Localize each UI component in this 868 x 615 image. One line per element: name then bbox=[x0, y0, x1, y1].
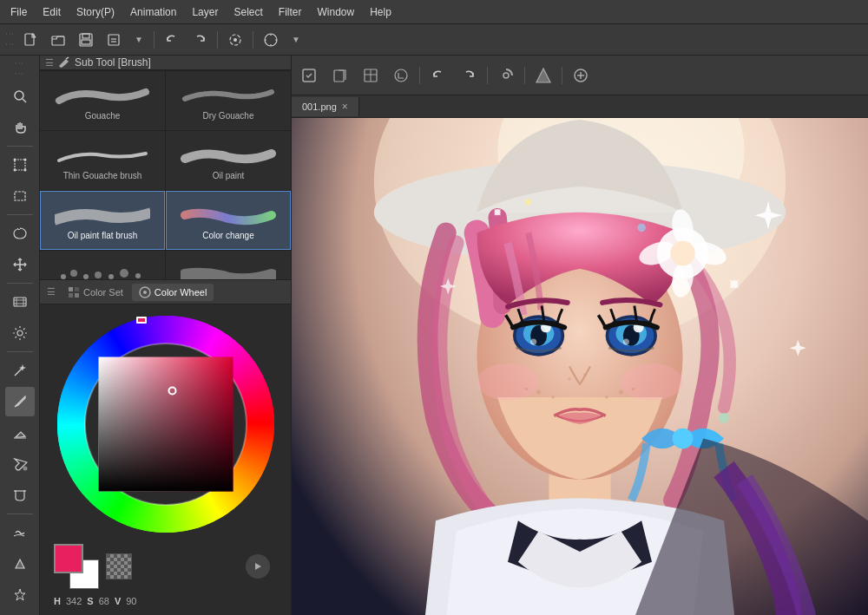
open-button[interactable] bbox=[46, 28, 70, 52]
brush-oil-paint[interactable]: Oil paint bbox=[166, 131, 291, 190]
svg-point-75 bbox=[623, 338, 629, 344]
canvas-tab-close-button[interactable]: × bbox=[342, 101, 348, 113]
color-dropdown[interactable]: ▼ bbox=[286, 33, 306, 46]
spinner-button[interactable] bbox=[223, 28, 247, 52]
gradient-button[interactable] bbox=[5, 549, 35, 579]
new-document-button[interactable] bbox=[18, 28, 43, 52]
canvas-tab-bar: 001.png × bbox=[292, 95, 868, 118]
svg-point-28 bbox=[61, 274, 66, 279]
color-square-cursor bbox=[168, 386, 176, 395]
menu-file[interactable]: File bbox=[3, 3, 34, 21]
menu-help[interactable]: Help bbox=[363, 3, 398, 21]
color-wheel-area: H 342 S 68 V 90 bbox=[40, 304, 291, 615]
brush-grid: Gouache Dry Gouache Thin Gouache brush bbox=[40, 71, 291, 279]
canvas-tab-001[interactable]: 001.png × bbox=[292, 97, 359, 116]
tab-color-set[interactable]: Color Set bbox=[61, 284, 130, 301]
tab-color-wheel[interactable]: Color Wheel bbox=[132, 284, 214, 301]
menu-animation[interactable]: Animation bbox=[123, 3, 183, 21]
svg-rect-3 bbox=[82, 34, 89, 38]
svg-rect-4 bbox=[82, 40, 90, 44]
blend-button[interactable] bbox=[5, 518, 35, 547]
save-button[interactable] bbox=[74, 28, 98, 52]
val-value: 90 bbox=[126, 596, 136, 606]
svg-point-15 bbox=[23, 169, 26, 172]
color-wheel-container[interactable] bbox=[53, 311, 279, 537]
menu-edit[interactable]: Edit bbox=[36, 3, 68, 21]
svg-point-55 bbox=[503, 73, 509, 78]
svg-rect-50 bbox=[334, 70, 344, 82]
brush-dry-gouache[interactable]: Dry Gouache bbox=[166, 71, 291, 130]
svg-rect-17 bbox=[14, 298, 26, 306]
transform-tool-button[interactable] bbox=[5, 150, 35, 180]
brush-color-change[interactable]: Color change bbox=[166, 191, 291, 250]
transparent-swatch[interactable] bbox=[106, 553, 132, 579]
illustration-svg bbox=[292, 118, 868, 615]
color-square[interactable] bbox=[98, 357, 233, 492]
color-swatches bbox=[54, 544, 99, 589]
svg-point-7 bbox=[233, 38, 237, 42]
color-picker-toolbar-button[interactable] bbox=[259, 28, 283, 52]
color-menu-icon[interactable]: ☰ bbox=[43, 285, 59, 299]
menu-layer[interactable]: Layer bbox=[185, 3, 225, 21]
hue-value: 342 bbox=[66, 596, 82, 606]
svg-point-82 bbox=[605, 396, 608, 399]
bucket-button[interactable] bbox=[5, 481, 35, 510]
magic-wand-button[interactable] bbox=[5, 356, 35, 385]
color-panel: ☰ Color Set Color Wheel bbox=[40, 279, 291, 615]
tool-sep-3 bbox=[7, 283, 33, 284]
canvas-icon-3[interactable] bbox=[387, 62, 415, 89]
zoom-tool-button[interactable] bbox=[5, 82, 35, 111]
svg-point-80 bbox=[525, 388, 529, 391]
move-button[interactable] bbox=[5, 250, 35, 279]
svg-point-54 bbox=[395, 69, 407, 82]
brush-thin-gouache[interactable]: Thin Gouache brush bbox=[40, 131, 165, 190]
canvas-extra-button[interactable] bbox=[567, 62, 595, 89]
eraser-button[interactable] bbox=[5, 418, 35, 448]
svg-line-23 bbox=[15, 368, 23, 376]
sat-value: 68 bbox=[99, 596, 109, 606]
undo-button[interactable] bbox=[160, 28, 184, 52]
menu-bar: File Edit Story(P) Animation Layer Selec… bbox=[0, 0, 868, 24]
sub-tool-icon-1[interactable] bbox=[295, 62, 323, 89]
svg-point-31 bbox=[95, 272, 102, 278]
redo-canvas-button[interactable] bbox=[455, 62, 483, 89]
redo-button[interactable] bbox=[187, 28, 212, 52]
menu-story[interactable]: Story(P) bbox=[69, 3, 122, 21]
sat-label: S bbox=[87, 596, 93, 606]
brush-oil-paint-flat[interactable]: Oil paint flat brush bbox=[40, 191, 165, 250]
canvas-color-button[interactable] bbox=[529, 62, 557, 89]
brush-pointillism[interactable]: Pointillism bbox=[40, 251, 165, 279]
toolbar-grip: ⋮⋮ bbox=[5, 29, 15, 50]
menu-filter[interactable]: Filter bbox=[272, 3, 309, 21]
export-button[interactable] bbox=[102, 28, 126, 52]
brush-gouache-blender[interactable]: Gouache blender bbox=[166, 251, 291, 279]
brush-gouache[interactable]: Gouache bbox=[40, 71, 165, 130]
loading-button[interactable] bbox=[492, 62, 520, 89]
settings-tool-button[interactable] bbox=[5, 318, 35, 348]
hsv-values: H 342 S 68 V 90 bbox=[47, 596, 284, 608]
select-rect-button[interactable] bbox=[5, 181, 35, 211]
menu-select[interactable]: Select bbox=[227, 3, 269, 21]
animation-button[interactable] bbox=[5, 287, 35, 317]
fill-button[interactable] bbox=[5, 449, 35, 479]
pen-tool-button[interactable] bbox=[5, 387, 35, 416]
play-button[interactable] bbox=[246, 554, 270, 579]
tool-sep-4 bbox=[7, 351, 33, 352]
svg-point-78 bbox=[536, 390, 541, 395]
toolbar-dropdown[interactable]: ▼ bbox=[129, 33, 148, 46]
canvas-filename: 001.png bbox=[302, 101, 337, 112]
svg-point-29 bbox=[70, 270, 77, 277]
brush-menu-icon[interactable]: ☰ bbox=[45, 57, 54, 69]
brush-icon bbox=[57, 56, 71, 69]
canvas-icon-2[interactable] bbox=[357, 62, 385, 89]
svg-point-92 bbox=[673, 429, 694, 449]
foreground-color-swatch[interactable] bbox=[54, 544, 83, 573]
left-tool-panel: ⋮⋮ bbox=[0, 56, 40, 615]
undo-canvas-button[interactable] bbox=[424, 62, 452, 89]
menu-window[interactable]: Window bbox=[310, 3, 361, 21]
hand-tool-button[interactable] bbox=[5, 113, 35, 142]
star-button[interactable] bbox=[5, 580, 35, 610]
tool-sep-2 bbox=[7, 214, 33, 215]
lasso-button[interactable] bbox=[5, 219, 35, 248]
canvas-icon-1[interactable] bbox=[326, 62, 354, 89]
